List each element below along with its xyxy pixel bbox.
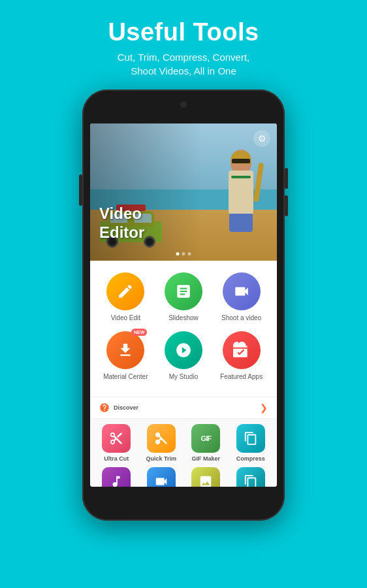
front-camera [180, 101, 187, 108]
transcode-icon [147, 467, 176, 487]
app-compress[interactable]: Compress [231, 424, 270, 462]
discover-apps: Ultra Cut Quick Trim GIF GIF Maker [90, 419, 277, 487]
discover-bar[interactable]: Discover ❯ [90, 397, 277, 419]
gallery-icon [191, 467, 220, 487]
app-quick-trim[interactable]: Quick Trim [142, 424, 181, 462]
power-button [79, 174, 82, 206]
tool-slideshow[interactable]: Slideshow [158, 272, 209, 322]
shoot-video-icon [223, 272, 261, 310]
tools-row-2: NEW Material Center My Studio [97, 331, 270, 381]
hero-subtitle: Cut, Trim, Compress, Convert,Shoot Video… [108, 50, 259, 78]
video-edit-icon [106, 272, 144, 310]
volume-down-button [285, 195, 288, 216]
app-tapslide[interactable]: TapSlide [231, 467, 270, 487]
carousel-dots [176, 252, 191, 255]
featured-apps-label: Featured Apps [220, 373, 263, 381]
app-gif-maker[interactable]: GIF GIF Maker [186, 424, 225, 462]
discover-label: Discover [99, 402, 138, 413]
material-center-icon: NEW [106, 331, 144, 369]
tool-my-studio[interactable]: My Studio [158, 331, 209, 381]
screen-header: Video Editor ⚙ [90, 123, 277, 261]
dot-3 [188, 252, 191, 255]
phone-mockup: Video Editor ⚙ [82, 90, 285, 521]
video-to-mp3-icon [102, 467, 131, 487]
hero-section: Useful Tools Cut, Trim, Compress, Conver… [108, 0, 259, 90]
settings-icon[interactable]: ⚙ [253, 130, 270, 147]
new-badge: NEW [131, 329, 147, 336]
discover-row-1: Ultra Cut Quick Trim GIF GIF Maker [94, 424, 273, 462]
discover-row-2: Video to MP3 Transcode Gallery [94, 467, 273, 487]
discover-arrow-icon: ❯ [260, 402, 268, 413]
app-ultra-cut[interactable]: Ultra Cut [97, 424, 136, 462]
my-studio-label: My Studio [169, 373, 198, 381]
ultra-cut-label: Ultra Cut [104, 455, 129, 462]
phone-screen: Video Editor ⚙ [90, 123, 277, 487]
tool-video-edit[interactable]: Video Edit [100, 272, 151, 322]
gif-maker-icon: GIF [191, 424, 220, 453]
phone-body: Video Editor ⚙ [82, 90, 285, 521]
app-video-to-mp3[interactable]: Video to MP3 [97, 467, 136, 487]
featured-apps-icon [223, 331, 261, 369]
gif-maker-label: GIF Maker [191, 455, 220, 462]
dot-2 [182, 252, 185, 255]
volume-up-button [285, 168, 288, 189]
ultra-cut-icon [102, 424, 131, 453]
hero-title: Useful Tools [108, 18, 259, 46]
compress-icon [236, 424, 265, 453]
tapslide-icon [236, 467, 265, 487]
header-video-editor-title: Video Editor [99, 204, 144, 242]
slideshow-label: Slideshow [168, 314, 199, 322]
slideshow-icon [165, 272, 202, 310]
tools-row-1: Video Edit Slideshow Shoot a video [97, 272, 270, 322]
tool-shoot-video[interactable]: Shoot a video [216, 272, 267, 322]
app-transcode[interactable]: Transcode [142, 467, 181, 487]
quick-trim-label: Quick Trim [146, 455, 176, 462]
dot-1 [176, 252, 180, 255]
video-edit-label: Video Edit [111, 314, 140, 322]
my-studio-icon [165, 331, 202, 369]
compress-label: Compress [236, 455, 265, 462]
shoot-video-label: Shoot a video [221, 314, 261, 322]
quick-trim-icon [147, 424, 176, 453]
tool-material-center[interactable]: NEW Material Center [100, 331, 151, 381]
app-gallery[interactable]: Gallery [186, 467, 225, 487]
material-center-label: Material Center [103, 373, 148, 381]
tool-featured-apps[interactable]: Featured Apps [216, 331, 267, 381]
tools-grid: Video Edit Slideshow Shoot a video [90, 261, 277, 397]
